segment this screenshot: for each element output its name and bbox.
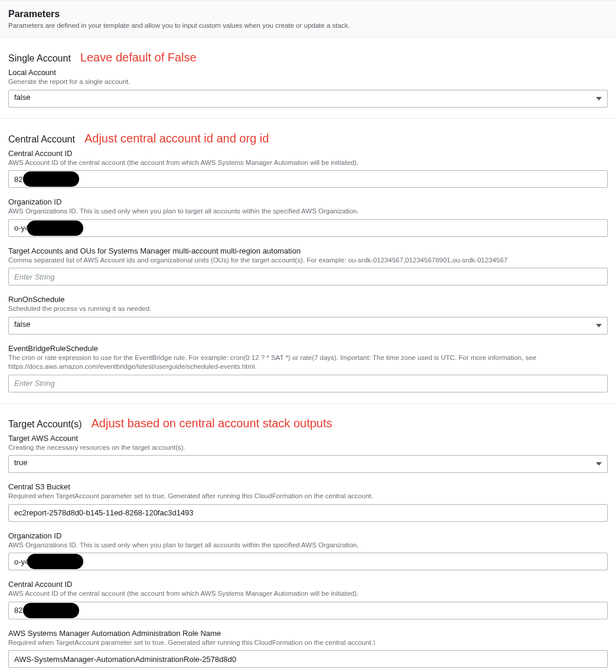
admin-role-hint: Required when TargetAccount parameter se… bbox=[8, 638, 608, 648]
central-s3-bucket-hint: Required when TargetAccount parameter se… bbox=[8, 492, 608, 501]
central-account-id-input[interactable] bbox=[8, 170, 608, 188]
run-on-schedule-label: RunOnSchedule bbox=[8, 295, 608, 304]
redaction-mark bbox=[23, 171, 79, 187]
target-accounts-hint: Comma separated list of AWS Account ids … bbox=[8, 256, 608, 265]
annotation-single: Leave default of False bbox=[80, 51, 197, 64]
central-account-id-2-label: Central Account ID bbox=[8, 580, 608, 589]
eventbridge-rule-hint: The cron or rate expression to use for t… bbox=[8, 353, 608, 372]
parameters-header: Parameters Parameters are defined in you… bbox=[0, 0, 616, 38]
annotation-target: Adjust based on central account stack ou… bbox=[92, 417, 333, 430]
admin-role-input[interactable] bbox=[8, 650, 608, 668]
central-account-id-label: Central Account ID bbox=[8, 149, 608, 158]
organization-id-input[interactable] bbox=[8, 219, 608, 237]
admin-role-label: AWS Systems Manager Automation Administr… bbox=[8, 629, 608, 638]
target-accounts-input[interactable] bbox=[8, 268, 608, 285]
redaction-mark bbox=[27, 554, 83, 569]
organization-id-2-label: Organization ID bbox=[8, 531, 608, 540]
eventbridge-rule-label: EventBridgeRuleSchedule bbox=[8, 344, 608, 353]
divider bbox=[0, 403, 616, 404]
eventbridge-rule-input[interactable] bbox=[8, 375, 608, 392]
central-account-id-hint: AWS Account ID of the central account (t… bbox=[8, 158, 608, 168]
central-s3-bucket-label: Central S3 Bucket bbox=[8, 482, 608, 491]
organization-id-2-hint: AWS Organizations ID. This is used only … bbox=[8, 541, 608, 550]
target-accounts-label: Target Accounts and OUs for Systems Mana… bbox=[8, 246, 608, 255]
section-target-accounts: Target Account(s) bbox=[8, 419, 82, 430]
divider bbox=[0, 118, 616, 119]
page-description: Parameters are defined in your template … bbox=[8, 22, 608, 29]
target-aws-account-select[interactable]: true bbox=[8, 455, 608, 473]
section-central-account: Central Account bbox=[8, 134, 75, 145]
local-account-hint: Generate the report for a single account… bbox=[8, 77, 608, 87]
annotation-central: Adjust central account id and org id bbox=[84, 132, 269, 145]
central-account-id-2-hint: AWS Account ID of the central account (t… bbox=[8, 589, 608, 599]
organization-id-2-input[interactable] bbox=[8, 553, 608, 570]
central-account-id-2-input[interactable] bbox=[8, 602, 608, 619]
redaction-mark bbox=[23, 603, 79, 618]
organization-id-hint: AWS Organizations ID. This is used only … bbox=[8, 207, 608, 216]
section-single-account: Single Account bbox=[8, 53, 71, 64]
redaction-mark bbox=[27, 220, 83, 236]
organization-id-label: Organization ID bbox=[8, 197, 608, 206]
central-s3-bucket-input[interactable] bbox=[8, 504, 608, 522]
local-account-select[interactable]: false bbox=[8, 90, 608, 108]
run-on-schedule-select[interactable]: false bbox=[8, 317, 608, 335]
target-aws-account-hint: Creating the necessary resources on the … bbox=[8, 443, 608, 453]
page-title: Parameters bbox=[8, 9, 608, 20]
run-on-schedule-hint: Scheduled the process vs running it as n… bbox=[8, 304, 608, 314]
target-aws-account-label: Target AWS Account bbox=[8, 434, 608, 443]
local-account-label: Local Account bbox=[8, 68, 608, 77]
